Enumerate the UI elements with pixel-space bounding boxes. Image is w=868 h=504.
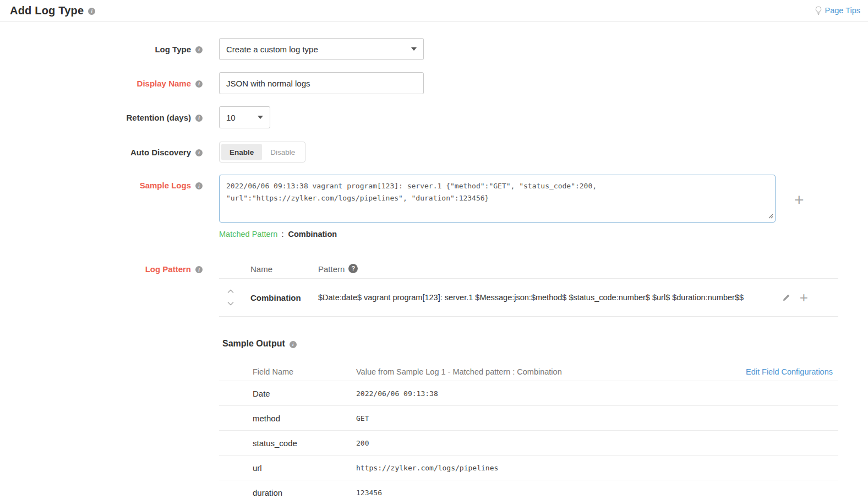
chevron-down-icon [411, 47, 417, 51]
field-name-cell: Date [219, 389, 356, 398]
pattern-column-header: Pattern ? [318, 264, 358, 274]
table-row: Date 2022/06/06 09:13:38 [219, 381, 838, 405]
auto-discovery-toggle: Enable Disable [219, 142, 305, 162]
table-row: duration 123456 [219, 480, 838, 504]
info-icon[interactable]: i [195, 46, 203, 53]
info-icon[interactable]: i [195, 266, 203, 273]
info-icon[interactable]: i [195, 80, 203, 88]
value-column-header: Value from Sample Log 1 - Matched patter… [356, 367, 746, 376]
info-icon[interactable]: i [88, 8, 95, 15]
log-type-select[interactable]: Create a custom log type [219, 38, 424, 60]
help-icon[interactable]: ? [348, 264, 358, 273]
page-header: Add Log Type i Page Tips [0, 0, 868, 21]
field-name-column-header: Field Name [219, 367, 356, 376]
log-pattern-table-header: Name Pattern ? [219, 263, 838, 278]
log-type-row: Log Type i Create a custom log type [0, 38, 868, 60]
page-title: Add Log Type [10, 4, 84, 17]
table-row: url https://zylker.com/logs/pipelines [219, 455, 838, 480]
info-icon[interactable]: i [290, 341, 297, 348]
display-name-row: Display Name i [0, 72, 868, 94]
sample-logs-textarea[interactable]: 2022/06/06 09:13:38 vagrant program[123]… [219, 175, 776, 223]
log-type-label: Log Type i [0, 45, 203, 54]
reorder-controls [219, 289, 250, 306]
log-pattern-row: Log Pattern i Name Pattern ? Combina [0, 263, 868, 317]
table-row: method GET [219, 405, 838, 430]
matched-pattern-line: Matched Pattern : Combination [219, 230, 804, 239]
page-tips-label: Page Tips [825, 6, 861, 15]
auto-discovery-label: Auto Discovery i [0, 148, 203, 157]
add-sample-log-button[interactable]: + [794, 192, 804, 208]
add-pattern-button[interactable]: + [800, 290, 808, 305]
pattern-name-column-header: Name [250, 264, 318, 274]
matched-pattern-value: Combination [288, 230, 337, 239]
chevron-down-icon [258, 116, 263, 119]
log-pattern-table-row: Combination $Date:date$ vagrant program[… [219, 278, 838, 317]
sample-output-section: Sample Output i Field Name Value from Sa… [219, 339, 838, 504]
retention-select[interactable]: 10 [219, 106, 270, 128]
field-name-cell: url [219, 463, 356, 473]
lightbulb-icon [815, 6, 822, 15]
field-value-cell: 2022/06/06 09:13:38 [356, 389, 838, 398]
field-name-cell: status_code [219, 438, 356, 448]
table-row: status_code 200 [219, 430, 838, 455]
matched-pattern-label: Matched Pattern [219, 230, 277, 239]
field-name-cell: method [219, 414, 356, 423]
retention-label: Retention (days) i [0, 113, 203, 122]
edit-field-configurations-link[interactable]: Edit Field Configurations [746, 367, 838, 376]
auto-discovery-row: Auto Discovery i Enable Disable [0, 142, 868, 162]
auto-discovery-disable-button[interactable]: Disable [262, 144, 303, 160]
log-pattern-label: Log Pattern i [0, 263, 203, 274]
info-icon[interactable]: i [195, 182, 203, 189]
sample-output-table: Field Name Value from Sample Log 1 - Mat… [219, 363, 838, 504]
display-name-label: Display Name i [0, 79, 203, 88]
log-type-selected-value: Create a custom log type [226, 45, 318, 54]
chevron-up-icon[interactable] [227, 289, 234, 294]
field-value-cell: GET [356, 414, 838, 422]
edit-pattern-pencil-icon[interactable] [782, 294, 790, 302]
info-icon[interactable]: i [195, 115, 203, 122]
sample-output-title: Sample Output i [222, 339, 838, 349]
retention-selected-value: 10 [226, 113, 236, 122]
chevron-down-icon[interactable] [227, 301, 234, 306]
field-name-cell: duration [219, 488, 356, 497]
sample-output-table-header: Field Name Value from Sample Log 1 - Mat… [219, 363, 838, 381]
pattern-name-cell: Combination [250, 293, 318, 302]
auto-discovery-enable-button[interactable]: Enable [221, 144, 262, 160]
page-tips-link[interactable]: Page Tips [815, 6, 861, 15]
log-pattern-table: Name Pattern ? Combination $Date:date$ v… [219, 263, 838, 317]
display-name-input[interactable] [219, 72, 424, 94]
info-icon[interactable]: i [195, 149, 203, 156]
field-value-cell: 123456 [356, 489, 838, 497]
sample-logs-row: Sample Logs i 2022/06/06 09:13:38 vagran… [0, 175, 868, 239]
pattern-value-cell: $Date:date$ vagrant program[123]: server… [318, 293, 782, 302]
pattern-row-actions: + [782, 290, 838, 305]
sample-logs-label: Sample Logs i [0, 175, 203, 190]
retention-row: Retention (days) i 10 [0, 106, 868, 128]
field-value-cell: 200 [356, 439, 838, 447]
add-log-type-form: Log Type i Create a custom log type Disp… [0, 21, 868, 504]
field-value-cell: https://zylker.com/logs/pipelines [356, 464, 838, 472]
